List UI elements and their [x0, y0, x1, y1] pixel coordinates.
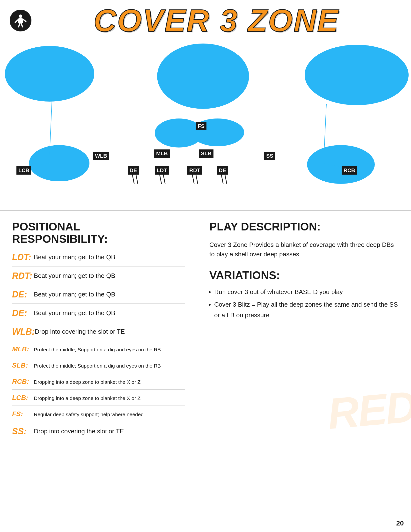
play-description-heading: PLAY DESCRIPTION: [209, 220, 399, 233]
resp-text-ldt: Beat your man; get to the QB [34, 252, 115, 261]
pos-ss: SS [264, 152, 275, 160]
resp-text-slb: Protect the middle; Support on a dig and… [34, 361, 161, 369]
logo [10, 10, 31, 31]
resp-ss: SS: Drop into covering the slot or TE [12, 426, 185, 440]
variation-item-1: Run cover 3 out of whatever BASE D you p… [214, 286, 399, 297]
resp-mlb: MLB: Protect the middle; Support on a di… [12, 345, 185, 357]
zone-deep-right [305, 45, 409, 105]
pos-tag-ldt: LDT: [12, 252, 34, 262]
pos-tag-wlb: WLB: [12, 327, 35, 337]
variations-heading: VARIATIONS: [209, 269, 399, 282]
resp-rdt: RDT: Beat your man; get to the QB [12, 271, 185, 285]
variation-item-2: Cover 3 Blitz = Play all the deep zones … [214, 299, 399, 320]
resp-text-de1: Beat your man; get to the QB [34, 289, 115, 299]
variations-list: Run cover 3 out of whatever BASE D you p… [209, 286, 399, 321]
resp-text-mlb: Protect the middle; Support on a dig and… [34, 345, 161, 353]
zone-deep-center [157, 44, 249, 109]
pos-ldt: LDT [155, 166, 169, 175]
pos-slb: SLB [199, 150, 214, 158]
left-panel: POSITIONAL RESPONSIBILITY: LDT: Beat you… [0, 211, 197, 454]
lower-section: POSITIONAL RESPONSIBILITY: LDT: Beat you… [0, 210, 411, 454]
resp-text-rcb: Dropping into a deep zone to blanket the… [34, 378, 140, 385]
page-title: COVER 3 ZONE [31, 5, 401, 36]
pos-tag-de1: DE: [12, 289, 34, 300]
header: COVER 3 ZONE [0, 0, 411, 39]
resp-text-ss: Drop into covering the slot or TE [34, 426, 124, 436]
resp-text-wlb: Drop into covering the slot or TE [35, 327, 125, 336]
pos-mlb: MLB [154, 150, 170, 158]
pos-wlb: WLB [93, 152, 109, 160]
variations-watermark: RED [326, 381, 411, 439]
resp-de1: DE: Beat your man; get to the QB [12, 289, 185, 304]
zone-deep-left [5, 46, 94, 102]
pos-tag-ss: SS: [12, 426, 34, 437]
pos-tag-fs: FS: [12, 410, 34, 418]
resp-lcb: LCB: Dropping into a deep zone to blanke… [12, 394, 185, 406]
resp-ldt: LDT: Beat your man; get to the QB [12, 252, 185, 266]
resp-wlb: WLB: Drop into covering the slot or TE [12, 327, 185, 341]
pos-tag-mlb: MLB: [12, 345, 34, 353]
resp-slb: SLB: Protect the middle; Support on a di… [12, 361, 185, 373]
pos-tag-lcb: LCB: [12, 394, 34, 402]
positional-responsibility-heading: POSITIONAL RESPONSIBILITY: [12, 220, 185, 245]
zone-flat-right [307, 145, 375, 184]
resp-de2: DE: Beat your man; get to the QB [12, 308, 185, 322]
pos-tag-rdt: RDT: [12, 271, 34, 281]
right-panel: PLAY DESCRIPTION: Cover 3 Zone Provides … [197, 211, 411, 454]
pos-tag-slb: SLB: [12, 361, 34, 369]
pos-tag-de2: DE: [12, 308, 34, 318]
pos-fs: FS [196, 122, 206, 130]
formation-diagram: FS MLB SLB WLB LCB SS RCB DE LDT RDT DE [0, 41, 411, 206]
resp-fs: FS: Regular deep safety support; help wh… [12, 410, 185, 422]
resp-text-fs: Regular deep safety support; help where … [34, 410, 144, 418]
pos-lcb: LCB [17, 166, 31, 175]
pos-rdt: RDT [187, 166, 202, 175]
resp-text-rdt: Beat your man; get to the QB [34, 271, 115, 280]
svg-line-3 [23, 19, 26, 21]
resp-text-lcb: Dropping into a deep zone to blanket the… [34, 394, 140, 401]
svg-point-0 [19, 15, 22, 18]
play-description-text: Cover 3 Zone Provides a blanket of cover… [209, 240, 399, 259]
pos-de-left: DE [128, 166, 139, 175]
svg-line-4 [19, 23, 20, 27]
svg-rect-1 [18, 18, 23, 24]
pos-de-right: DE [217, 166, 228, 175]
zone-flat-left [29, 145, 89, 181]
pos-rcb: RCB [342, 166, 357, 175]
svg-line-2 [15, 20, 18, 22]
pos-tag-rcb: RCB: [12, 378, 34, 385]
resp-rcb: RCB: Dropping into a deep zone to blanke… [12, 378, 185, 390]
resp-text-de2: Beat your man; get to the QB [34, 308, 115, 317]
page-number: 20 [396, 519, 404, 527]
svg-line-5 [21, 23, 22, 27]
